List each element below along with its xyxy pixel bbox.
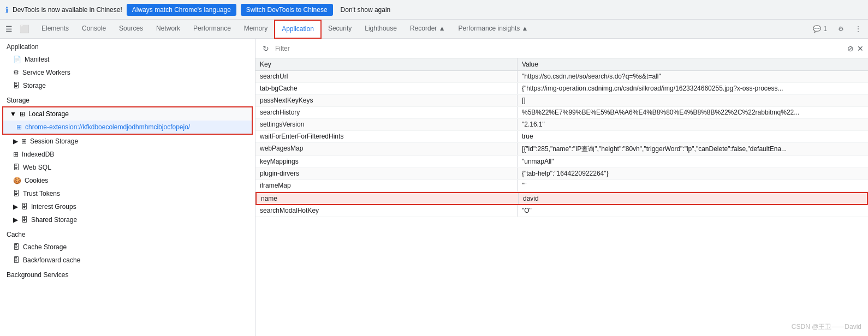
sidebar-item-local-storage[interactable]: ▼ ⊞ Local Storage: [3, 107, 252, 121]
dock-icon[interactable]: ⬜: [17, 22, 31, 35]
table-row[interactable]: waitForEnterForFilteredHints true: [255, 131, 868, 143]
cell-value: "O": [518, 205, 868, 217]
filter-bar: ↻ ⊘ ✕: [255, 39, 868, 58]
feedback-badge: 1: [823, 25, 827, 33]
cell-key: iframeMap: [255, 180, 518, 191]
table-row[interactable]: name david: [255, 192, 868, 205]
back-forward-label: Back/forward cache: [23, 256, 80, 264]
sidebar-item-extension[interactable]: ⊞ chrome-extension://kfkdboecolemdjodhmh…: [3, 121, 252, 134]
cell-key: tab-bgCache: [255, 83, 518, 94]
cell-value: "https://so.csdn.net/so/search/s.do?q=%s…: [518, 71, 868, 82]
feedback-button[interactable]: 💬 1: [808, 23, 831, 35]
back-forward-icon: 🗄: [13, 256, 20, 264]
session-icon: ⊞: [21, 137, 27, 145]
table-row[interactable]: plugin-dirvers {"tab-help":"164422092226…: [255, 168, 868, 180]
data-table: Key Value searchUrl "https://so.csdn.net…: [255, 58, 868, 336]
extension-icon: ⊞: [16, 123, 22, 131]
main-layout: Application 📄 Manifest ⚙ Service Workers…: [0, 39, 868, 336]
sidebar-item-service-workers[interactable]: ⚙ Service Workers: [0, 66, 255, 79]
gear-icon: ⚙: [838, 25, 844, 33]
local-storage-label: Local Storage: [28, 110, 69, 118]
table-row[interactable]: iframeMap "": [255, 180, 868, 192]
trust-tokens-icon: 🗄: [13, 190, 20, 197]
table-row[interactable]: tab-bgCache {"https://img-operation.csdn…: [255, 83, 868, 95]
tab-elements[interactable]: Elements: [35, 20, 75, 39]
sidebar-item-session-storage[interactable]: ▶ ⊞ Session Storage: [0, 135, 255, 148]
devtools-menu-icon[interactable]: ☰: [2, 22, 15, 35]
sidebar-item-cache-storage[interactable]: 🗄 Cache Storage: [0, 241, 255, 254]
table-row[interactable]: webPagesMap [{"id":285,"name":"IP查询","he…: [255, 143, 868, 156]
storage-icon: 🗄: [13, 82, 20, 89]
sidebar-item-manifest[interactable]: 📄 Manifest: [0, 53, 255, 66]
tab-sources[interactable]: Sources: [112, 20, 150, 39]
tab-recorder[interactable]: Recorder ▲: [403, 20, 452, 39]
dont-show-again-button[interactable]: Don't show again: [337, 4, 394, 16]
interest-groups-icon: 🗄: [21, 203, 28, 211]
table-row[interactable]: searchModalHotKey "O": [255, 205, 868, 217]
block-icon: ⊘: [847, 44, 854, 53]
switch-chinese-button[interactable]: Switch DevTools to Chinese: [241, 4, 333, 16]
sidebar-item-shared-storage[interactable]: ▶ 🗄 Shared Storage: [0, 213, 255, 226]
table-body: searchUrl "https://so.csdn.net/so/search…: [255, 71, 868, 217]
sidebar-item-back-forward[interactable]: 🗄 Back/forward cache: [0, 254, 255, 267]
table-row[interactable]: searchHistory %5B%22%E7%99%BE%E5%BA%A6%E…: [255, 107, 868, 119]
storage-section-header: Storage: [0, 92, 255, 106]
expand-icon-session: ▶: [13, 137, 18, 145]
sidebar-item-cookies[interactable]: 🍪 Cookies: [0, 174, 255, 187]
clear-filter-button[interactable]: ✕: [857, 44, 864, 53]
trust-tokens-label: Trust Tokens: [23, 190, 60, 197]
feedback-icon: 💬: [813, 25, 821, 33]
always-match-button[interactable]: Always match Chrome's language: [127, 4, 236, 16]
session-storage-label: Session Storage: [30, 137, 78, 145]
watermark: CSDN @王卫——David: [792, 322, 861, 332]
expand-icon-ig: ▶: [13, 203, 18, 211]
sidebar: Application 📄 Manifest ⚙ Service Workers…: [0, 39, 255, 336]
refresh-button[interactable]: ↻: [260, 43, 272, 55]
notification-text: DevTools is now available in Chinese!: [13, 6, 122, 14]
table-row[interactable]: settingsVersion "2.16.1": [255, 119, 868, 131]
cookies-label: Cookies: [25, 177, 48, 184]
tab-network[interactable]: Network: [150, 20, 187, 39]
local-storage-group: ▼ ⊞ Local Storage ⊞ chrome-extension://k…: [2, 106, 253, 135]
tabs-right: 💬 1 ⚙ ⋮: [808, 23, 866, 35]
tab-console[interactable]: Console: [75, 20, 112, 39]
filter-input[interactable]: [275, 45, 844, 52]
cell-value: %5B%22%E7%99%BE%E5%BA%A6%E4%B8%80%E4%B8%…: [518, 107, 868, 118]
sidebar-item-interest-groups[interactable]: ▶ 🗄 Interest Groups: [0, 200, 255, 213]
sidebar-item-web-sql[interactable]: 🗄 Web SQL: [0, 161, 255, 174]
settings-button[interactable]: ⚙: [834, 23, 848, 35]
tab-icons-left: ☰ ⬜: [2, 22, 31, 35]
cell-key: settingsVersion: [255, 119, 518, 130]
more-button[interactable]: ⋮: [851, 23, 866, 35]
table-row[interactable]: passNextKeyKeys []: [255, 95, 868, 107]
cell-key: searchHistory: [255, 107, 518, 118]
table-row[interactable]: keyMappings "unmapAll": [255, 156, 868, 168]
interest-groups-label: Interest Groups: [31, 203, 76, 211]
tab-lighthouse[interactable]: Lighthouse: [358, 20, 403, 39]
tab-performance[interactable]: Performance: [187, 20, 237, 39]
content-area: ↻ ⊘ ✕ Key Value searchUrl "https://so.cs…: [255, 39, 868, 336]
sidebar-item-indexed-db[interactable]: ⊞ IndexedDB: [0, 148, 255, 161]
expand-icon-ss: ▶: [13, 216, 18, 224]
cell-key: searchModalHotKey: [255, 205, 518, 217]
indexed-db-label: IndexedDB: [22, 151, 54, 158]
tab-memory[interactable]: Memory: [237, 20, 274, 39]
table-row[interactable]: searchUrl "https://so.csdn.net/so/search…: [255, 71, 868, 83]
extension-label: chrome-extension://kfkdboecolemdjodhmhmc…: [25, 123, 190, 131]
cell-value: []: [518, 95, 868, 106]
cell-value: david: [519, 193, 867, 204]
cell-key: waitForEnterForFilteredHints: [255, 131, 518, 142]
cell-key: searchUrl: [255, 71, 518, 82]
cell-value: "2.16.1": [518, 119, 868, 130]
manifest-icon: 📄: [13, 56, 21, 63]
cache-storage-label: Cache Storage: [23, 243, 67, 251]
notification-bar: ℹ DevTools is now available in Chinese! …: [0, 0, 868, 20]
sidebar-item-storage[interactable]: 🗄 Storage: [0, 79, 255, 92]
tab-security[interactable]: Security: [322, 20, 358, 39]
tab-performance-insights[interactable]: Performance insights ▲: [452, 20, 535, 39]
tabs-bar: ☰ ⬜ Elements Console Sources Network Per…: [0, 20, 868, 39]
sidebar-item-trust-tokens[interactable]: 🗄 Trust Tokens: [0, 187, 255, 200]
cell-key: plugin-dirvers: [255, 168, 518, 179]
tab-application[interactable]: Application: [274, 20, 322, 39]
section-background-services: Background Services: [0, 267, 255, 281]
